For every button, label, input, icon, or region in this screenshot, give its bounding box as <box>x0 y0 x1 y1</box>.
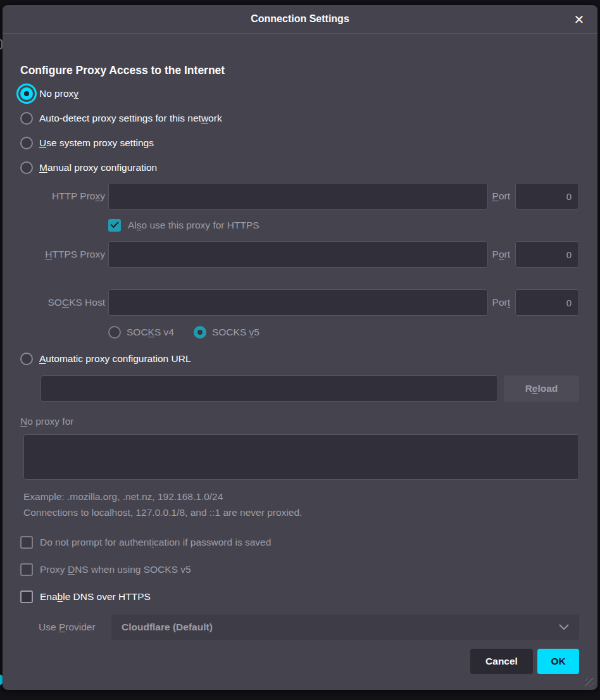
checkbox-icon-proxy-dns <box>20 563 33 576</box>
radio-auto-detect[interactable]: Auto-detect proxy settings for this netw… <box>20 111 579 126</box>
http-proxy-label: HTTP Proxy <box>20 191 108 202</box>
auto-url-input[interactable] <box>41 375 498 402</box>
checkbox-label: Do not prompt for authentication if pass… <box>40 537 271 548</box>
ok-button[interactable]: OK <box>537 649 579 674</box>
socks-port-input[interactable] <box>515 289 579 316</box>
no-proxy-for-label: No proxy for <box>20 416 579 428</box>
socks-host-input[interactable] <box>108 289 488 316</box>
dialog-titlebar: Connection Settings ✕ <box>3 5 597 34</box>
resize-grip[interactable] <box>585 678 594 687</box>
use-provider-label: Use Provider <box>39 622 111 633</box>
radio-label: No proxy <box>39 88 78 99</box>
no-proxy-for-textarea[interactable] <box>23 434 579 480</box>
checkbox-label: Proxy DNS when using SOCKS v5 <box>40 564 191 575</box>
radio-label: Use system proxy settings <box>39 137 154 149</box>
radio-label: Auto-detect proxy settings for this netw… <box>39 113 222 124</box>
radio-icon-system-proxy <box>20 137 33 149</box>
radio-icon-auto-url <box>20 353 33 365</box>
https-proxy-label: HTTPS Proxy <box>20 249 108 260</box>
radio-no-proxy[interactable]: No proxy <box>20 86 579 101</box>
radio-icon-auto-detect <box>20 112 33 125</box>
dialog-content: Configure Proxy Access to the Internet N… <box>3 34 597 674</box>
no-proxy-example-text: Example: .mozilla.org, .net.nz, 192.168.… <box>23 491 579 503</box>
radio-auto-url[interactable]: Automatic proxy configuration URL <box>20 351 579 366</box>
radio-icon-manual-proxy <box>20 161 33 174</box>
http-port-label: Port <box>492 191 510 202</box>
connection-settings-dialog: Connection Settings ✕ Configure Proxy Ac… <box>3 5 597 690</box>
checkbox-no-prompt-auth[interactable]: Do not prompt for authentication if pass… <box>20 536 579 549</box>
radio-icon-no-proxy <box>20 87 33 100</box>
radio-system-proxy[interactable]: Use system proxy settings <box>20 135 579 151</box>
checkbox-label: Enable DNS over HTTPS <box>40 591 151 603</box>
checkbox-icon-also-https <box>108 219 121 232</box>
radio-label: Automatic proxy configuration URL <box>39 353 191 365</box>
https-port-label: Port <box>492 249 510 260</box>
dialog-title: Connection Settings <box>251 13 349 25</box>
https-proxy-input[interactable] <box>108 241 488 268</box>
close-button[interactable]: ✕ <box>570 10 589 29</box>
radio-label: Manual proxy configuration <box>39 162 157 173</box>
checkbox-icon-enable-doh <box>20 591 33 603</box>
checkbox-label: Also use this proxy for HTTPS <box>128 220 259 231</box>
https-port-input[interactable] <box>515 241 579 268</box>
radio-icon-socks-v4[interactable] <box>108 326 121 339</box>
radio-socks-v5-label[interactable]: SOCKS v5 <box>212 327 259 338</box>
socks-host-label: SOCKS Host <box>20 297 108 308</box>
chevron-down-icon <box>559 624 569 630</box>
checkbox-proxy-dns[interactable]: Proxy DNS when using SOCKS v5 <box>20 563 579 576</box>
page-title: Configure Proxy Access to the Internet <box>20 64 579 77</box>
checkbox-icon-no-prompt-auth <box>20 536 33 549</box>
cancel-button[interactable]: Cancel <box>470 649 533 674</box>
radio-socks-v4-label[interactable]: SOCKS v4 <box>127 327 174 338</box>
close-icon: ✕ <box>574 12 585 27</box>
radio-manual-proxy[interactable]: Manual proxy configuration <box>20 160 579 175</box>
checkbox-enable-doh[interactable]: Enable DNS over HTTPS <box>20 591 579 603</box>
reload-button[interactable]: Reload <box>504 375 579 402</box>
provider-select[interactable]: Cloudflare (Default) <box>111 615 579 640</box>
radio-icon-socks-v5[interactable] <box>194 326 206 339</box>
socks-port-label: Port <box>492 297 510 308</box>
localhost-note-text: Connections to localhost, 127.0.0.1/8, a… <box>23 507 579 518</box>
provider-selected-value: Cloudflare (Default) <box>122 622 559 633</box>
http-proxy-input[interactable] <box>108 183 488 209</box>
http-port-input[interactable] <box>515 183 579 209</box>
checkbox-also-https[interactable]: Also use this proxy for HTTPS <box>108 218 579 233</box>
